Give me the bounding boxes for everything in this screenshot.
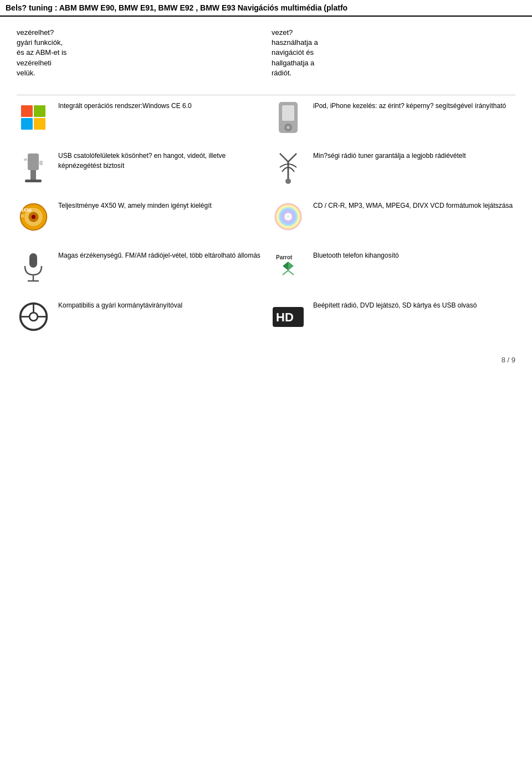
svg-point-16 [31, 215, 35, 219]
svg-line-10 [280, 153, 288, 162]
svg-point-22 [287, 215, 290, 218]
feature-bluetooth-text: Bluetooth telefon kihangosító [313, 250, 515, 260]
feature-steering: Kompatibilis a gyári kormánytávirányítóv… [17, 300, 260, 334]
feature-windows: Integrált operációs rendszer:Windows CE … [17, 101, 260, 134]
bluetooth-icon: Parrot [272, 250, 305, 284]
svg-rect-8 [39, 161, 43, 165]
intro-section: vezérelhet?gyári funkciók,és az ABM-et i… [17, 28, 515, 78]
svg-text:4X50: 4X50 [21, 208, 32, 213]
svg-point-29 [29, 313, 38, 321]
feature-ipod-text: iPod, iPhone kezelés: az érint? képerny?… [313, 101, 515, 111]
svg-line-11 [288, 153, 296, 162]
svg-text:Parrot: Parrot [276, 254, 293, 260]
hd-icon: HD [272, 300, 305, 334]
svg-rect-7 [24, 158, 27, 161]
svg-rect-1 [282, 105, 294, 121]
feature-ipod: iPod, iPhone kezelés: az érint? képerny?… [272, 101, 515, 134]
svg-point-12 [285, 178, 291, 184]
svg-point-3 [287, 126, 290, 129]
intro-text-1: vezérelhet?gyári funkciók,és az ABM-et i… [17, 28, 66, 77]
feature-usb-text: USB csatolófelületek kösönhet? en hangot… [58, 151, 260, 171]
speaker-icon: 4X50 W [17, 201, 50, 234]
features-grid: Integrált operációs rendszer:Windows CE … [17, 101, 515, 334]
intro-col1: vezérelhet?gyári funkciók,és az ABM-et i… [17, 28, 260, 78]
feature-steering-text: Kompatibilis a gyári kormánytávirányítóv… [58, 300, 260, 310]
svg-text:HD: HD [276, 310, 294, 324]
feature-antenna: Min?ségi rádió tuner garantálja a legjob… [272, 151, 515, 184]
svg-rect-6 [25, 180, 42, 182]
feature-mic: Magas érzékenységű. FM/AM rádiójel-vétel… [17, 250, 260, 284]
feature-hd-text: Beépített rádió, DVD lejátszó, SD kártya… [313, 300, 515, 310]
feature-hd: HD Beépített rádió, DVD lejátszó, SD kár… [272, 300, 515, 334]
svg-text:W: W [21, 214, 24, 218]
usb-icon [17, 151, 50, 184]
steering-wheel-icon [17, 300, 50, 334]
feature-bluetooth: Parrot Bluetooth telefon kihangosító [272, 250, 515, 284]
feature-cd-text: CD / CR-R, MP3, WMA, MPEG4, DIVX VCD for… [313, 201, 515, 211]
page-title-bar: Bels? tuning : ABM BMW E90, BMW E91, BMW… [0, 0, 532, 17]
antenna-icon [272, 151, 305, 184]
page-number: 8 / 9 [502, 356, 515, 364]
page-title: Bels? tuning : ABM BMW E90, BMW E91, BMW… [6, 3, 347, 12]
svg-rect-23 [29, 253, 37, 268]
feature-speaker-text: Teljesítménye 4X50 W, amely minden igény… [58, 201, 260, 211]
feature-mic-text: Magas érzékenységű. FM/AM rádiójel-vétel… [58, 250, 260, 260]
mic-icon [17, 250, 50, 284]
page-navigation: 8 / 9 [0, 345, 532, 370]
cd-icon [272, 201, 305, 234]
intro-text-2: vezet?használhatja anavigációt éshallgat… [272, 28, 318, 77]
section-divider [17, 95, 515, 95]
ipod-icon [272, 101, 305, 134]
feature-usb: USB csatolófelületek kösönhet? en hangot… [17, 151, 260, 184]
intro-col2: vezet?használhatja anavigációt éshallgat… [272, 28, 515, 78]
feature-antenna-text: Min?ségi rádió tuner garantálja a legjob… [313, 151, 515, 161]
svg-rect-4 [28, 153, 39, 170]
feature-windows-text: Integrált operációs rendszer:Windows CE … [58, 101, 260, 111]
feature-cd: CD / CR-R, MP3, WMA, MPEG4, DIVX VCD for… [272, 201, 515, 234]
windows-icon [17, 101, 50, 134]
feature-speaker: 4X50 W Teljesítménye 4X50 W, amely minde… [17, 201, 260, 234]
